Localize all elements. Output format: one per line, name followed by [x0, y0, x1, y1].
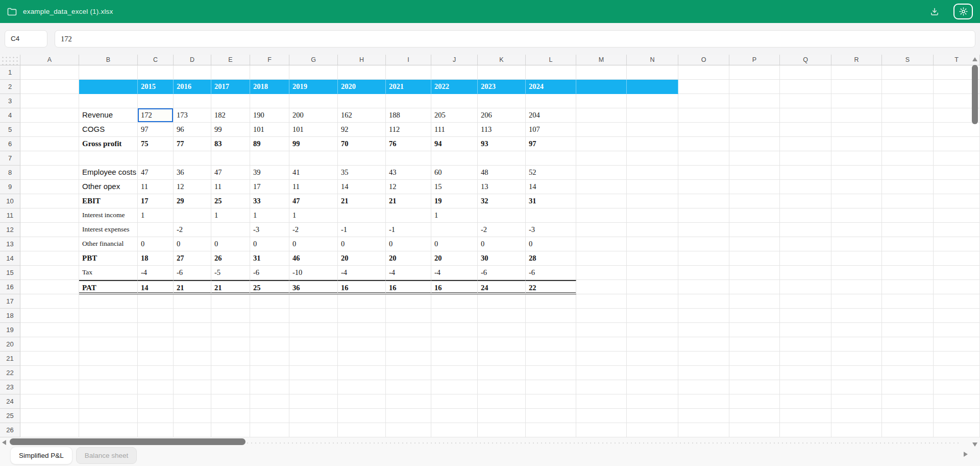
vertical-scrollbar-thumb[interactable] — [972, 65, 978, 124]
cell-N11[interactable] — [627, 208, 678, 223]
cell-K24[interactable] — [478, 394, 526, 409]
cell-H15[interactable]: -4 — [338, 266, 386, 280]
cell-A20[interactable] — [20, 337, 79, 352]
cell-H19[interactable] — [338, 323, 386, 337]
cell-I13[interactable]: 0 — [386, 237, 431, 251]
cell-B21[interactable] — [79, 352, 138, 366]
row-header-6[interactable]: 6 — [0, 137, 20, 151]
cell-I2[interactable]: 2021 — [386, 80, 431, 94]
cell-S2[interactable] — [882, 80, 934, 94]
cell-B19[interactable] — [79, 323, 138, 337]
column-header-N[interactable]: N — [627, 55, 678, 65]
column-header-S[interactable]: S — [882, 55, 934, 65]
cell-A8[interactable] — [20, 166, 79, 180]
cell-P15[interactable] — [729, 266, 780, 280]
row-header-9[interactable]: 9 — [0, 180, 20, 194]
cell-M16[interactable] — [576, 280, 627, 294]
cell-I22[interactable] — [386, 366, 431, 380]
cell-K25[interactable] — [478, 409, 526, 423]
cell-P12[interactable] — [729, 223, 780, 237]
cell-K22[interactable] — [478, 366, 526, 380]
cell-A3[interactable] — [20, 94, 79, 108]
cell-O22[interactable] — [678, 366, 729, 380]
cell-J11[interactable]: 1 — [431, 208, 478, 223]
cell-G24[interactable] — [289, 394, 338, 409]
select-all-corner[interactable] — [0, 55, 20, 65]
cell-E25[interactable] — [211, 409, 250, 423]
cell-B12[interactable]: Interest expenses — [79, 223, 138, 237]
cell-H18[interactable] — [338, 309, 386, 323]
cell-D14[interactable]: 27 — [174, 251, 211, 266]
cell-L12[interactable]: -3 — [526, 223, 576, 237]
cell-M20[interactable] — [576, 337, 627, 352]
cell-L16[interactable]: 22 — [526, 280, 576, 294]
cell-C2[interactable]: 2015 — [138, 80, 174, 94]
row-header-5[interactable]: 5 — [0, 123, 20, 137]
cell-R3[interactable] — [831, 94, 882, 108]
cell-A14[interactable] — [20, 251, 79, 266]
cell-R26[interactable] — [831, 423, 882, 437]
cell-I4[interactable]: 188 — [386, 108, 431, 123]
row-header-24[interactable]: 24 — [0, 394, 20, 409]
cell-E1[interactable] — [211, 65, 250, 80]
cell-Q23[interactable] — [780, 380, 831, 394]
row-header-25[interactable]: 25 — [0, 409, 20, 423]
cell-I8[interactable]: 43 — [386, 166, 431, 180]
cell-N15[interactable] — [627, 266, 678, 280]
column-header-P[interactable]: P — [729, 55, 780, 65]
column-header-C[interactable]: C — [138, 55, 174, 65]
cell-I21[interactable] — [386, 352, 431, 366]
horizontal-scrollbar[interactable] — [9, 438, 959, 445]
cell-C17[interactable] — [138, 294, 174, 309]
cell-P9[interactable] — [729, 180, 780, 194]
cell-O12[interactable] — [678, 223, 729, 237]
cell-L7[interactable] — [526, 151, 576, 166]
cell-F5[interactable]: 101 — [250, 123, 289, 137]
cell-D22[interactable] — [174, 366, 211, 380]
cell-A16[interactable] — [20, 280, 79, 294]
cell-O21[interactable] — [678, 352, 729, 366]
cell-B16[interactable]: PAT — [79, 280, 138, 294]
cell-S6[interactable] — [882, 137, 934, 151]
cell-N4[interactable] — [627, 108, 678, 123]
cell-F23[interactable] — [250, 380, 289, 394]
cell-E10[interactable]: 25 — [211, 194, 250, 208]
row-header-15[interactable]: 15 — [0, 266, 20, 280]
cell-R16[interactable] — [831, 280, 882, 294]
cell-R19[interactable] — [831, 323, 882, 337]
cell-N7[interactable] — [627, 151, 678, 166]
cell-S4[interactable] — [882, 108, 934, 123]
cell-R4[interactable] — [831, 108, 882, 123]
cell-Q11[interactable] — [780, 208, 831, 223]
cell-L1[interactable] — [526, 65, 576, 80]
cell-H6[interactable]: 70 — [338, 137, 386, 151]
cell-D12[interactable]: -2 — [174, 223, 211, 237]
cell-S17[interactable] — [882, 294, 934, 309]
cell-F20[interactable] — [250, 337, 289, 352]
cell-P5[interactable] — [729, 123, 780, 137]
cell-J18[interactable] — [431, 309, 478, 323]
cell-F26[interactable] — [250, 423, 289, 437]
cell-G6[interactable]: 99 — [289, 137, 338, 151]
cell-B15[interactable]: Tax — [79, 266, 138, 280]
cell-M17[interactable] — [576, 294, 627, 309]
cell-S22[interactable] — [882, 366, 934, 380]
cell-Q14[interactable] — [780, 251, 831, 266]
cell-I24[interactable] — [386, 394, 431, 409]
scroll-down-arrow-icon[interactable] — [972, 442, 977, 447]
cell-F24[interactable] — [250, 394, 289, 409]
column-header-A[interactable]: A — [20, 55, 79, 65]
cell-M25[interactable] — [576, 409, 627, 423]
cell-F21[interactable] — [250, 352, 289, 366]
cell-F18[interactable] — [250, 309, 289, 323]
cell-G16[interactable]: 36 — [289, 280, 338, 294]
cell-L25[interactable] — [526, 409, 576, 423]
cell-Q12[interactable] — [780, 223, 831, 237]
cell-G14[interactable]: 46 — [289, 251, 338, 266]
cell-R23[interactable] — [831, 380, 882, 394]
cell-C11[interactable]: 1 — [138, 208, 174, 223]
cell-P11[interactable] — [729, 208, 780, 223]
cell-J12[interactable] — [431, 223, 478, 237]
row-header-1[interactable]: 1 — [0, 65, 20, 80]
cell-H8[interactable]: 35 — [338, 166, 386, 180]
